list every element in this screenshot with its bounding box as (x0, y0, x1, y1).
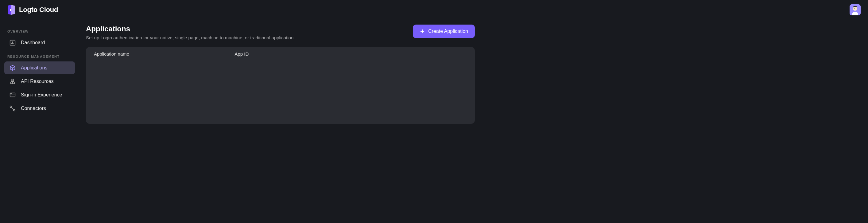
plus-icon (420, 29, 425, 34)
page-header: Applications Set up Logto authentication… (86, 25, 475, 40)
svg-point-9 (10, 106, 12, 108)
connectors-icon (9, 105, 16, 112)
sidebar-item-label: API Resources (21, 79, 54, 84)
create-application-button[interactable]: Create Application (413, 25, 475, 38)
sidebar-item-sign-in-experience[interactable]: Sign-in Experience (4, 88, 75, 101)
page-subtitle: Set up Logto authentication for your nat… (86, 35, 293, 40)
sidebar-item-label: Sign-in Experience (21, 92, 62, 98)
dashboard-icon (9, 39, 16, 46)
svg-rect-0 (10, 9, 11, 11)
sidebar-item-connectors[interactable]: Connectors (4, 102, 75, 115)
create-button-label: Create Application (428, 29, 468, 34)
sidebar-item-applications[interactable]: Applications (4, 61, 75, 74)
page-title: Applications (86, 25, 293, 33)
header: Logto Cloud (0, 0, 482, 20)
logto-logo-icon (7, 5, 16, 15)
sign-in-experience-icon (9, 91, 16, 98)
brand-text: Logto Cloud (19, 6, 58, 14)
api-resources-icon (9, 78, 16, 85)
brand[interactable]: Logto Cloud (7, 5, 58, 15)
sidebar-section-resource-management: RESOURCE MANAGEMENT (0, 50, 79, 61)
sidebar-item-api-resources[interactable]: API Resources (4, 75, 75, 88)
table-header: Application name App ID (86, 47, 475, 61)
svg-point-7 (11, 93, 11, 94)
sidebar-item-label: Applications (21, 65, 47, 71)
svg-point-10 (13, 109, 16, 111)
column-header-id: App ID (235, 51, 467, 57)
sidebar-section-overview: OVERVIEW (0, 25, 79, 36)
column-header-name: Application name (94, 51, 235, 57)
sidebar-item-dashboard[interactable]: Dashboard (4, 36, 75, 49)
sidebar-item-label: Connectors (21, 106, 46, 111)
svg-point-8 (11, 93, 12, 94)
applications-icon (9, 64, 16, 71)
applications-table: Application name App ID (86, 47, 475, 124)
sidebar-item-label: Dashboard (21, 40, 45, 46)
